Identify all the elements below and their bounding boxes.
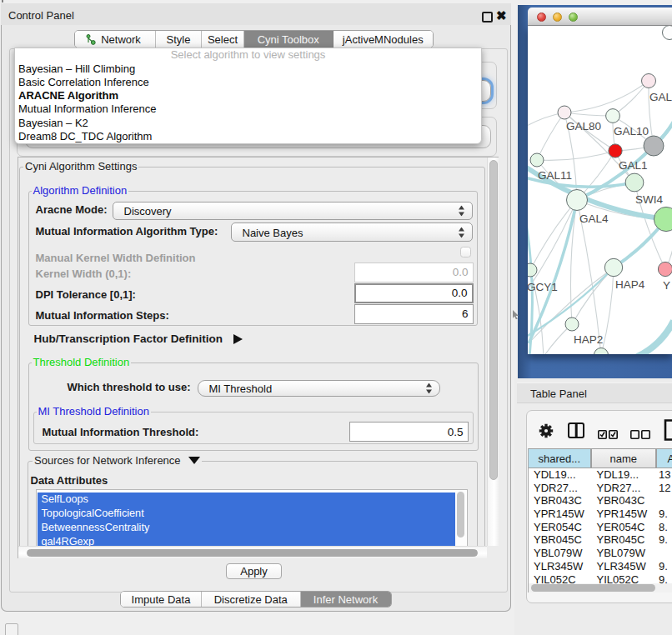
minimize-traffic-light[interactable] — [553, 12, 562, 22]
hub-definition-toggle[interactable]: Hub/Transcription Factor Definition — [34, 332, 243, 345]
settings-vertical-scrollbar[interactable] — [487, 158, 499, 546]
bottom-tab-impute-data[interactable]: Impute Data — [121, 592, 202, 607]
settings-hscrollbar-thumb[interactable] — [27, 549, 478, 558]
float-icon[interactable] — [482, 12, 493, 22]
network-node[interactable] — [594, 348, 609, 355]
network-node-hap2[interactable] — [565, 318, 579, 331]
tab-label: Select — [208, 33, 238, 46]
popup-item[interactable]: Bayesian – Hill Climbing — [15, 62, 481, 76]
mi-threshold-field[interactable]: 0.5 — [349, 422, 469, 442]
network-edge[interactable] — [528, 200, 577, 293]
close-traffic-light[interactable] — [537, 12, 546, 22]
which-threshold-combo[interactable]: MI Threshold — [198, 380, 440, 397]
control-panel-window: Control Panel ✖ NetworkStyleSelectCyni T… — [1, 3, 511, 612]
network-node-gal80[interactable] — [558, 106, 571, 119]
cyni-bottom-tabs: Impute DataDiscretize DataInfer Network — [120, 591, 392, 608]
attribute-item[interactable]: SelfLoops — [38, 492, 455, 507]
popup-item[interactable]: Mutual Information Inference — [15, 102, 481, 116]
popup-item[interactable]: Bayesian – K2 — [15, 117, 481, 130]
table-cell: YBR043C — [529, 494, 592, 508]
attributes-scrollbar-thumb[interactable] — [457, 492, 464, 538]
table-cell — [657, 547, 672, 560]
kernel-width-field[interactable]: 0.0 — [354, 262, 474, 282]
dpi-tolerance-field[interactable]: 0.0 — [354, 283, 474, 304]
mi-steps-field[interactable]: 6 — [354, 304, 474, 324]
mi-type-combo[interactable]: Naive Bayes — [231, 222, 474, 242]
column-header-shared-name[interactable]: shared... — [529, 449, 592, 468]
popup-item[interactable]: Basic Correlation Inference — [15, 76, 481, 89]
settings-viewport: Cyni Algorithm Settings Algorithm Defini… — [18, 158, 487, 546]
network-edge[interactable] — [634, 321, 672, 354]
settings-horizontal-scrollbar[interactable] — [18, 546, 487, 558]
network-edge[interactable] — [564, 81, 649, 112]
network-node-y[interactable] — [658, 262, 672, 276]
control-panel-titlebar[interactable]: Control Panel ✖ — [1, 3, 511, 25]
checked-pair-icon[interactable] — [598, 428, 618, 442]
tab-network[interactable]: Network — [75, 31, 156, 48]
network-node-gal7[interactable] — [642, 74, 656, 88]
manual-kernel-checkbox[interactable] — [460, 247, 471, 258]
network-node-gal10[interactable] — [606, 109, 620, 123]
network-node-gal1[interactable] — [609, 144, 622, 158]
algorithm-definition-title: Algorithm Definition — [32, 185, 129, 197]
zoom-traffic-light[interactable] — [569, 12, 578, 22]
close-icon[interactable]: ✖ — [496, 11, 506, 21]
settings-vscrollbar-thumb[interactable] — [489, 160, 498, 480]
column-header-third[interactable]: Av — [657, 449, 672, 468]
network-node-gal11[interactable] — [530, 153, 544, 167]
data-attributes-list[interactable]: SelfLoopsTopologicalCoefficientBetweenne… — [36, 489, 468, 546]
minimized-panel-chip[interactable] — [5, 623, 18, 635]
sources-toggle[interactable]: Sources for Network Inference — [33, 455, 202, 467]
column-header-name[interactable]: name — [592, 449, 658, 468]
which-threshold-label: Which threshold to use: — [68, 381, 191, 393]
table-row[interactable]: YLR345WYLR345W9. — [529, 560, 672, 573]
network-node[interactable] — [654, 207, 672, 231]
mi-threshold-label: Mutual Information Threshold: — [43, 426, 199, 438]
table-cell: YDR27... — [592, 482, 658, 495]
table-row[interactable]: YPR145WYPR145W9. — [529, 508, 672, 521]
attribute-item[interactable]: gal4RGexp — [38, 535, 455, 546]
popup-item[interactable]: Dream8 DC_TDC Algorithm — [15, 130, 481, 143]
network-node-gcy1[interactable] — [528, 263, 537, 277]
table-horizontal-scrollbar[interactable] — [529, 583, 672, 592]
tab-jactivemnodules[interactable]: jActiveMNodules — [333, 31, 434, 48]
unchecked-pair-icon[interactable] — [630, 428, 650, 442]
attribute-item[interactable]: TopologicalCoefficient — [38, 507, 455, 521]
split-divider-cursor[interactable] — [512, 308, 520, 322]
table-row[interactable]: YDR27...YDR27...12 — [529, 482, 672, 495]
bottom-tab-infer-network[interactable]: Infer Network — [301, 592, 391, 607]
bottom-tab-discretize-data[interactable]: Discretize Data — [202, 592, 301, 607]
network-edge[interactable] — [537, 151, 615, 160]
network-node-swi4[interactable] — [625, 173, 644, 192]
attributes-scrollbar[interactable] — [455, 491, 466, 546]
gear-icon[interactable] — [539, 423, 554, 442]
popup-item[interactable]: ARACNE Algorithm — [15, 89, 481, 102]
table-cell: 8. — [657, 521, 672, 534]
table-row[interactable]: YER054CYER054C8. — [529, 521, 672, 534]
table-row[interactable]: YBR043CYBR043C — [529, 494, 672, 508]
network-node-gal4[interactable] — [567, 190, 588, 211]
table-row[interactable]: YBL079WYBL079W — [529, 547, 672, 560]
table-row[interactable]: YDL19...YDL19...13 — [529, 468, 672, 482]
network-edge[interactable] — [613, 81, 649, 116]
network-node[interactable] — [663, 26, 672, 40]
aracne-mode-combo[interactable]: Discovery — [113, 202, 474, 220]
network-canvas[interactable]: GAL7GAL80GAL10GAL1GAL11SWI4GAL4GCY1HAP4Y… — [528, 26, 672, 354]
tab-style[interactable]: Style — [156, 31, 202, 48]
network-node-hap4[interactable] — [604, 258, 622, 276]
document-icon[interactable] — [664, 419, 672, 444]
attribute-item[interactable]: BetweennessCentrality — [38, 521, 455, 535]
table-hscrollbar-thumb[interactable] — [531, 584, 655, 592]
network-window-titlebar[interactable] — [528, 8, 672, 26]
table-cell: YER054C — [592, 521, 658, 534]
tab-cyni-toolbox[interactable]: Cyni Toolbox — [244, 31, 333, 48]
tab-select[interactable]: Select — [202, 31, 244, 48]
table-cell: YLR345W — [529, 560, 592, 573]
mi-steps-label: Mutual Information Steps: — [36, 309, 169, 322]
apply-button[interactable]: Apply — [226, 563, 282, 579]
table-row[interactable]: YBR045CYBR045C9. — [529, 533, 672, 547]
table-row[interactable]: YIL052CYIL052C9. — [529, 573, 672, 584]
network-node[interactable] — [644, 136, 664, 156]
split-columns-icon[interactable] — [568, 422, 584, 438]
popup-placeholder-item[interactable]: Select algorithm to view settings — [15, 48, 481, 62]
